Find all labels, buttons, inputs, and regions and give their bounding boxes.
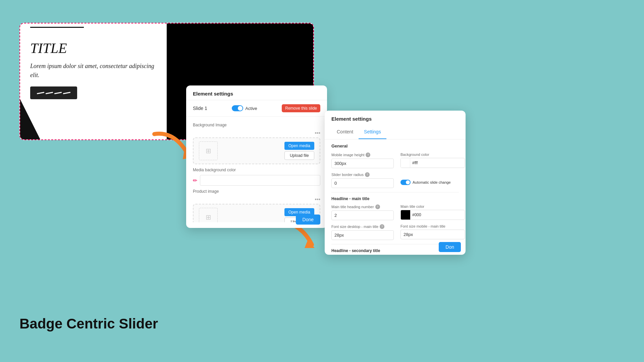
slider-border-radius-label: Slider border radius ? (331, 172, 394, 177)
product-image-dots: ••• (193, 196, 320, 202)
mobile-image-height-input[interactable] (331, 159, 394, 168)
button-line (63, 92, 70, 94)
slider-border-radius-input[interactable] (331, 178, 394, 188)
active-toggle[interactable] (232, 105, 243, 111)
bg-image-dots: ••• (193, 130, 320, 136)
background-color-field: Background color (400, 153, 465, 168)
color-row: ✏ (193, 175, 320, 186)
auto-slide-change-field: Automatic slide change (400, 172, 465, 188)
panel2-body: General Mobile image height ? Background… (325, 139, 466, 255)
main-title-hex-value[interactable] (410, 211, 465, 219)
bg-image-label: Background Image (193, 123, 320, 127)
panel2-tabs: Content Settings (325, 125, 466, 139)
preview-title: TITLE (30, 40, 157, 56)
main-title-color-label: Main title color (400, 204, 465, 208)
panel1-slide-row: Slide 1 Active Remove this slide (186, 100, 327, 117)
main-title-color-field: Main title color (400, 204, 465, 220)
auto-slide-change-label (400, 172, 465, 178)
active-badge: Active (232, 105, 257, 111)
settings-grid-2: Main title heading number ? Main title c… (331, 204, 459, 240)
preview-left: TITLE Lorem ipsum dolor sit amet, consec… (20, 23, 167, 139)
pencil-icon: ✏ (193, 177, 197, 184)
panel1-body: Background Image ••• ⊞ Open media Upload… (186, 117, 327, 222)
tab-content[interactable]: Content (331, 125, 359, 139)
color-swatch-black (401, 210, 410, 220)
font-size-desktop-main-label: Font size desktop - main title ? (331, 224, 394, 229)
page-title: Badge Centric Slider (19, 316, 158, 332)
preview-button (30, 86, 77, 99)
panel1-header: Element settings (186, 85, 327, 100)
bg-media-upload-area: ⊞ Open media Upload file (193, 137, 320, 164)
product-image-placeholder-icon: ⊞ (206, 213, 211, 221)
main-title-heading-number-input[interactable] (331, 210, 394, 220)
done-button-2[interactable]: Don (439, 242, 461, 252)
mobile-height-help-icon: ? (366, 153, 370, 157)
slider-border-help-icon: ? (365, 172, 370, 177)
slide-label: Slide 1 (193, 106, 207, 111)
product-image-label: Product image (193, 189, 320, 194)
font-desktop-help-icon: ? (380, 224, 384, 229)
tab-settings[interactable]: Settings (359, 125, 386, 139)
preview-text: Lorem ipsum dolor sit amet, consectetur … (30, 62, 157, 80)
button-lines (37, 93, 70, 94)
product-media-thumb: ⊞ (199, 208, 218, 222)
auto-slide-toggle-row: Automatic slide change (400, 180, 465, 185)
upload-file-button-1[interactable]: Upload file (284, 151, 314, 160)
remove-slide-button[interactable]: Remove this slide (282, 104, 320, 112)
font-size-mobile-main-field: Font size mobile - main title (400, 224, 465, 240)
font-size-mobile-main-input[interactable] (400, 230, 465, 239)
button-line (54, 92, 62, 94)
font-size-desktop-main-input[interactable] (331, 230, 394, 240)
color-hex-value[interactable] (410, 159, 465, 167)
button-line (37, 92, 44, 94)
button-line (46, 92, 53, 94)
background-color-label: Background color (400, 153, 465, 157)
panel2: Element settings Content Settings Genera… (325, 111, 466, 255)
color-swatch-white (401, 158, 410, 168)
headline-main-title: Headline - main title (331, 196, 459, 201)
main-title-heading-number-field: Main title heading number ? (331, 204, 394, 220)
auto-slide-label: Automatic slide change (413, 180, 451, 184)
settings-grid: Mobile image height ? Background color S… (331, 153, 459, 188)
main-title-color-input[interactable] (400, 210, 465, 220)
panel1: Element settings Slide 1 Active Remove t… (186, 85, 327, 228)
general-section-label: General (331, 143, 459, 148)
triangle-decoration (20, 99, 40, 139)
done-button-1[interactable]: Done (296, 215, 320, 225)
bg-media-buttons: Open media Upload file (284, 142, 314, 160)
background-color-input[interactable] (400, 158, 465, 168)
auto-slide-toggle[interactable] (400, 180, 411, 185)
image-placeholder-icon: ⊞ (206, 147, 211, 155)
media-color-input[interactable] (200, 175, 320, 186)
media-bg-color-label: Media background color (193, 168, 320, 172)
panel2-header: Element settings (325, 111, 466, 125)
panel2-footer: Don (434, 239, 466, 255)
mobile-image-height-label: Mobile image height ? (331, 153, 394, 157)
open-media-button-1[interactable]: Open media (284, 142, 314, 150)
font-size-desktop-main-field: Font size desktop - main title ? (331, 224, 394, 240)
mobile-image-height-field: Mobile image height ? (331, 153, 394, 168)
slider-border-radius-field: Slider border radius ? (331, 172, 394, 188)
heading-num-help-icon: ? (375, 204, 380, 209)
section-divider-1 (331, 192, 459, 192)
bg-media-thumb: ⊞ (199, 141, 218, 160)
active-text: Active (245, 106, 257, 111)
main-title-heading-number-label: Main title heading number ? (331, 204, 394, 209)
font-size-mobile-main-label: Font size mobile - main title (400, 224, 465, 228)
preview-divider (30, 27, 84, 28)
panel1-footer: Done (289, 211, 327, 228)
